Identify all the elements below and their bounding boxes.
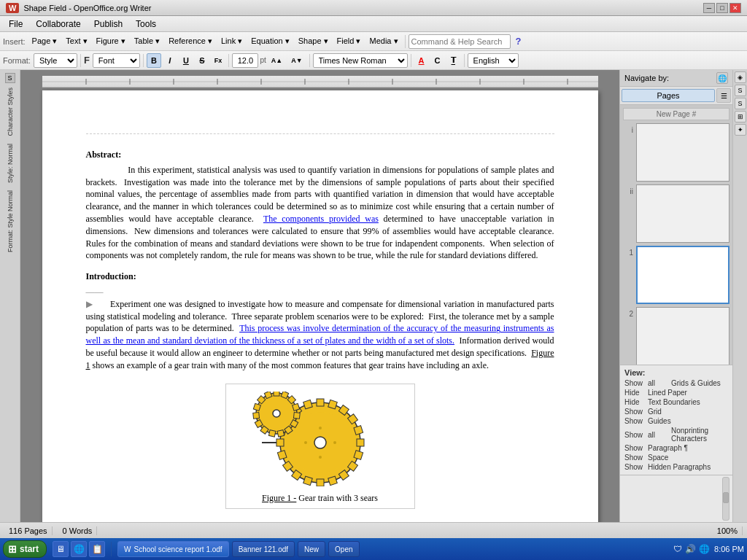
svg-point-37 [319,456,322,459]
abstract-link-text: The components provided was [263,214,379,224]
globe-icon-button[interactable]: 🌐 [716,72,728,84]
view-row-paragraph: Show Paragraph ¶ [624,443,728,453]
right-icon-5[interactable]: ✦ [735,124,746,136]
view-label-textbounds: Text Boundaries [648,398,700,406]
svg-point-38 [304,441,307,444]
italic-button[interactable]: I [163,53,177,68]
svg-rect-46 [293,412,300,419]
view-action-show-grids[interactable]: Show [624,379,645,387]
decrease-font-button[interactable]: A▼ [287,53,306,68]
figure-button[interactable]: Figure ▾ [93,34,129,49]
right-icon-4[interactable]: ⊞ [735,111,746,122]
help-icon-button[interactable]: ? [512,34,525,49]
strikethrough-button[interactable]: S [195,53,209,68]
taskbar-btn-banner[interactable]: Banner 121.odf [232,541,295,557]
view-action-hide-lined[interactable]: Hide [624,389,645,397]
vertical-scrollbar[interactable] [722,477,729,521]
browser-icon[interactable]: 🌐 [71,541,87,557]
taskbar-btn-new[interactable]: New [298,541,325,557]
tray-icons: 🛡 🔊 🌐 [673,544,710,554]
media-button[interactable]: Media ▾ [366,34,402,49]
shape-button[interactable]: Shape ▾ [295,34,332,49]
view-action-hide-textbounds[interactable]: Hide [624,398,645,406]
language-dropdown[interactable]: English [468,53,519,68]
menu-collaborate[interactable]: Collaborate [30,18,86,31]
right-icon-1[interactable]: ◈ [735,71,746,83]
fmt-sep-1 [80,54,81,67]
svg-rect-15 [317,399,324,406]
view-row-nonprint: Show all Nonprinting Characters [624,426,728,443]
text-button[interactable]: Text ▾ [62,34,90,49]
svg-point-57 [273,410,280,417]
view-action-all-grids[interactable]: all [648,379,668,387]
menu-tools[interactable]: Tools [130,18,162,31]
increase-font-button[interactable]: A▲ [268,53,286,68]
pages-button[interactable]: Pages [622,89,715,102]
view-action-show-guides[interactable]: Show [624,417,645,425]
system-time: 8:06 PM [714,545,744,553]
font-size-input[interactable] [232,53,258,68]
taskbar-btn-open[interactable]: Open [328,541,359,557]
thumbnail-2[interactable] [636,307,729,365]
link-button[interactable]: Link ▾ [217,34,246,49]
view-header: View: [624,368,728,377]
menu-publish[interactable]: Publish [88,18,128,31]
show-desktop-icon[interactable]: 🖥 [53,541,69,557]
toolbar-sep-1 [405,35,406,48]
view-action-show-space[interactable]: Show [624,454,645,462]
horizontal-ruler [42,76,598,88]
pages-menu-button[interactable]: ☰ [716,88,731,103]
view-action-show-hidden[interactable]: Show [624,463,645,471]
scrollbar-thumb[interactable] [723,492,729,503]
thumbnail-i[interactable] [636,123,729,182]
font-color-button[interactable]: A [414,53,429,68]
page-button[interactable]: Page ▾ [28,34,61,49]
thumb-num-1: 1 [623,249,633,257]
highlight-color-button[interactable]: C [430,53,445,68]
view-action-show-nonprint[interactable]: Show [624,431,645,439]
field-button[interactable]: Field ▾ [333,34,365,49]
fmt-sep-3 [228,54,229,67]
quick-launch: 🖥 🌐 📋 [53,541,105,557]
text-special-button[interactable]: T̲ [446,53,461,68]
writer-icon: W [124,545,131,553]
close-button[interactable]: ✕ [729,3,741,13]
menu-bar: File Collaborate Publish Tools [0,16,747,32]
view-action-show-grid[interactable]: Show [624,408,645,416]
bold-button[interactable]: B [147,53,161,68]
thumb-row-2: 2 [623,307,729,365]
minimize-button[interactable]: ─ [703,3,715,13]
figure-caption-text: Gear train with 3 sears [298,493,378,503]
right-icon-3[interactable]: S [735,98,746,109]
view-label-hidden: Hidden Paragraphs [648,463,711,471]
view-action-show-para[interactable]: Show [624,444,645,452]
view-action-all-nonprint[interactable]: all [648,431,668,439]
view-row-space: Show Space [624,453,728,462]
font-family-dropdown[interactable]: Times New Roman [313,53,408,68]
maximize-button[interactable]: □ [716,3,728,13]
reference-button[interactable]: Reference ▾ [165,34,216,49]
special-char-button[interactable]: Fx [211,53,226,68]
svg-rect-42 [274,392,279,396]
thumbnail-ii[interactable] [636,184,729,243]
title-bar-left: W Shape Field - OpenOffice.org Writer [6,3,151,13]
document-area[interactable]: Abstract: In this experiment, statistica… [20,70,619,522]
underline-button[interactable]: U [179,53,193,68]
ruler-marks [42,76,598,88]
right-icon-2[interactable]: S [735,85,746,96]
figure-caption-label: Figure 1 - [262,493,296,503]
table-button[interactable]: Table ▾ [131,34,163,49]
svg-rect-49 [277,429,284,436]
taskbar-label-banner: Banner 121.odf [239,545,288,553]
taskbar-btn-report[interactable]: W School science report 1.odf [117,541,229,557]
thumbnails-area[interactable]: New Page # i ii 1 2 [620,105,732,365]
start-button[interactable]: ⊞ start [3,540,47,558]
sidebar-toggle[interactable]: S [5,73,15,83]
style-dropdown[interactable]: Style [34,53,77,68]
equation-button[interactable]: Equation ▾ [247,34,293,49]
command-search-input[interactable] [409,34,511,49]
menu-file[interactable]: File [3,18,28,31]
thumbnail-1[interactable] [636,246,729,304]
terminal-icon[interactable]: 📋 [89,541,105,557]
font-dropdown[interactable]: Font [93,53,140,68]
